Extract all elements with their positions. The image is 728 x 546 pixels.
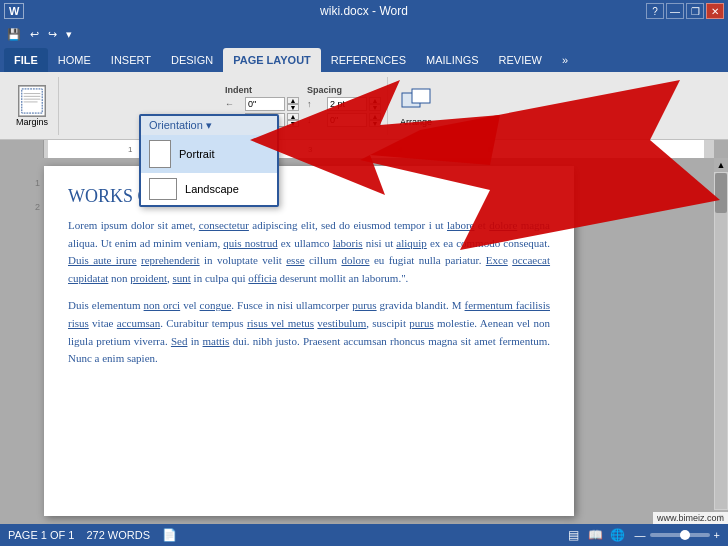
- spacing-after-up[interactable]: ▲: [369, 113, 381, 120]
- redo-qat-button[interactable]: ↪: [45, 27, 60, 42]
- more-qat-button[interactable]: ▾: [63, 27, 75, 42]
- ruler-mark-1: 1: [128, 145, 132, 154]
- watermark: www.bimeiz.com: [653, 512, 728, 524]
- link-proident: proident: [130, 272, 167, 284]
- tab-mailings[interactable]: MAILINGS: [416, 48, 489, 72]
- svg-rect-7: [412, 89, 430, 103]
- arrange-group: Arrange: [388, 77, 444, 135]
- tab-home[interactable]: HOME: [48, 48, 101, 72]
- tab-references[interactable]: REFERENCES: [321, 48, 416, 72]
- zoom-plus[interactable]: +: [714, 529, 720, 541]
- spacing-before-input[interactable]: [327, 97, 367, 111]
- link-purus: purus: [352, 299, 376, 311]
- indent-left-down[interactable]: ▼: [287, 104, 299, 111]
- svg-rect-0: [19, 86, 45, 116]
- indent-left-input[interactable]: [245, 97, 285, 111]
- margins-icon: [18, 85, 46, 117]
- spacing-after-down[interactable]: ▼: [369, 120, 381, 127]
- zoom-slider[interactable]: [650, 533, 710, 537]
- word-icon: W: [4, 3, 24, 19]
- title-bar: W wiki.docx - Word ? — ❐ ✕: [0, 0, 728, 22]
- window-controls: ? — ❐ ✕: [646, 3, 724, 19]
- line-number-1: 1: [35, 178, 40, 188]
- spacing-before-down[interactable]: ▼: [369, 104, 381, 111]
- link-risus2: risus vel metus: [247, 317, 314, 329]
- tab-more[interactable]: »: [552, 48, 578, 72]
- tab-page-layout[interactable]: PAGE LAYOUT: [223, 48, 321, 72]
- ruler-margin-right: [704, 140, 714, 158]
- tab-design[interactable]: DESIGN: [161, 48, 223, 72]
- spacing-after-spinners: ▲ ▼: [369, 113, 381, 127]
- link-sed: Sed: [171, 335, 188, 347]
- document-page: WORKS CITED Lorem ipsum dolor sit amet, …: [44, 166, 574, 516]
- ruler-mark-3: 3: [308, 145, 312, 154]
- indent-left-up[interactable]: ▲: [287, 97, 299, 104]
- tab-file[interactable]: FILE: [4, 48, 48, 72]
- link-risus: risus: [68, 317, 89, 329]
- orientation-header-label: Orientation ▾: [149, 119, 212, 132]
- indent-right-up[interactable]: ▲: [287, 113, 299, 120]
- portrait-label: Portrait: [179, 148, 214, 160]
- page-info: PAGE 1 OF 1: [8, 529, 74, 541]
- paragraph-1: Lorem ipsum dolor sit amet, consectetur …: [68, 217, 550, 287]
- ruler-scrollbar-space: [714, 140, 728, 158]
- track-changes-icon: 📄: [162, 528, 177, 542]
- link-dolore: dolore: [489, 219, 517, 231]
- spacing-label: Spacing: [307, 85, 381, 95]
- link-occaecat: occaecat: [512, 254, 550, 266]
- portrait-icon: [149, 140, 171, 168]
- vertical-scrollbar[interactable]: ▲ ▼: [714, 158, 728, 524]
- ribbon-content: Margins Orientation ▾ Portrait Landscape: [0, 72, 728, 140]
- minimize-button[interactable]: —: [666, 3, 684, 19]
- line-number-area: 1 2: [0, 158, 44, 524]
- tab-insert[interactable]: INSERT: [101, 48, 161, 72]
- undo-qat-button[interactable]: ↩: [27, 27, 42, 42]
- spacing-before-row: ↑ ▲ ▼: [307, 97, 381, 111]
- margins-button[interactable]: Margins: [12, 83, 52, 129]
- landscape-label: Landscape: [185, 183, 239, 195]
- close-button[interactable]: ✕: [706, 3, 724, 19]
- link-purus2: purus: [409, 317, 433, 329]
- ruler-row: 1 2 3 4 5: [0, 140, 728, 158]
- document-body: Lorem ipsum dolor sit amet, consectetur …: [68, 217, 550, 368]
- zoom-minus[interactable]: —: [635, 529, 646, 541]
- restore-button[interactable]: ❐: [686, 3, 704, 19]
- print-view-button[interactable]: ▤: [565, 527, 583, 543]
- read-view-button[interactable]: 📖: [587, 527, 605, 543]
- spacing-before-spinners: ▲ ▼: [369, 97, 381, 111]
- tab-review[interactable]: REVIEW: [489, 48, 552, 72]
- zoom-thumb: [680, 530, 690, 540]
- landscape-icon: [149, 178, 177, 200]
- link-fermentum: fermentum facilisis: [465, 299, 550, 311]
- scroll-up-button[interactable]: ▲: [714, 158, 728, 172]
- orientation-dropdown-header[interactable]: Orientation ▾: [141, 116, 277, 135]
- spacing-after-row: ↓ ▲ ▼: [307, 113, 381, 127]
- spacing-col: Spacing ↑ ▲ ▼ ↓ ▲ ▼: [307, 85, 381, 127]
- title-text: wiki.docx - Word: [320, 4, 408, 18]
- scroll-thumb[interactable]: [715, 173, 727, 213]
- document-area: 1 2 WORKS CITED Lorem ipsum dolor sit am…: [0, 158, 728, 524]
- landscape-option[interactable]: Landscape: [141, 173, 277, 205]
- help-button[interactable]: ?: [646, 3, 664, 19]
- ribbon-tabs: FILE HOME INSERT DESIGN PAGE LAYOUT REFE…: [0, 46, 728, 72]
- scroll-track: [715, 173, 727, 509]
- link-dolore2: dolore: [341, 254, 369, 266]
- link-sunt: sunt: [173, 272, 191, 284]
- portrait-option[interactable]: Portrait: [141, 135, 277, 173]
- spacing-after-input[interactable]: [327, 113, 367, 127]
- quick-access-toolbar: 💾 ↩ ↪ ▾: [0, 22, 728, 46]
- indent-right-down[interactable]: ▼: [287, 120, 299, 127]
- link-mattis: mattis: [203, 335, 230, 347]
- line-number-2: 2: [35, 202, 40, 212]
- status-bar: PAGE 1 OF 1 272 WORDS 📄 ▤ 📖 🌐 — +: [0, 524, 728, 546]
- spacing-before-up[interactable]: ▲: [369, 97, 381, 104]
- ruler-left-margin: [0, 140, 44, 158]
- indent-label: Indent: [225, 85, 299, 95]
- arrange-button[interactable]: Arrange: [394, 81, 438, 131]
- link-laboris: laboris: [333, 237, 363, 249]
- indent-left-spinners: ▲ ▼: [287, 97, 299, 111]
- link-vestibulum: vestibulum: [317, 317, 366, 329]
- save-qat-button[interactable]: 💾: [4, 27, 24, 42]
- link-congue: congue: [200, 299, 232, 311]
- web-view-button[interactable]: 🌐: [609, 527, 627, 543]
